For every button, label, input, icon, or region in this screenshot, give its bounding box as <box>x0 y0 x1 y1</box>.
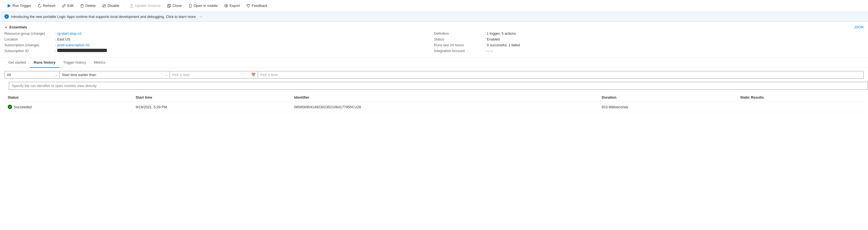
time-filter-dropdown[interactable]: Start time earlier than ⌄ <box>60 71 169 79</box>
play-icon <box>7 4 11 8</box>
clone-button[interactable]: Clone <box>164 2 185 9</box>
banner-arrow: → <box>199 15 203 19</box>
tabs-container: Get started Runs history Trigger history… <box>0 58 868 68</box>
toolbar: Run Trigger Refresh Edit Delete Disable <box>0 0 868 11</box>
subscription-id-row: Subscription ID : <box>4 49 434 53</box>
info-banner: i Introducing the new portable Logic App… <box>0 11 868 22</box>
open-in-mobile-button[interactable]: Open in mobile <box>186 2 220 9</box>
runs-24hr-row: Runs last 24 hours : 0 successful, 1 fai… <box>434 43 864 47</box>
column-duration: Duration <box>598 93 737 102</box>
cell-status: ✓ Succeeded <box>4 102 132 112</box>
cell-duration: 910 Milliseconds <box>598 102 737 112</box>
svg-marker-0 <box>8 4 11 7</box>
tab-trigger-history[interactable]: Trigger history <box>60 58 90 68</box>
tab-runs-history[interactable]: Runs history <box>30 58 59 68</box>
clone-icon <box>167 4 171 8</box>
essentials-grid: Resource group (change) : rg-start-stop-… <box>0 31 868 57</box>
column-static-results: Static Results <box>737 93 864 102</box>
date-picker[interactable]: Pick a date 📅 <box>169 71 258 79</box>
subscription-id-redacted <box>57 49 107 52</box>
json-link[interactable]: JSON <box>854 25 864 29</box>
feedback-button[interactable]: Feedback <box>244 2 270 9</box>
tab-metrics[interactable]: Metrics <box>90 58 109 68</box>
svg-line-4 <box>103 5 105 7</box>
calendar-icon: 📅 <box>251 73 255 77</box>
edit-icon <box>62 4 66 8</box>
refresh-icon <box>38 4 41 8</box>
collapse-icon[interactable] <box>4 26 8 29</box>
table-header-row: Status Start time Identifier Duration St… <box>4 93 864 102</box>
run-id-input[interactable] <box>9 82 868 90</box>
location-row: Location : East US <box>4 37 434 41</box>
svg-rect-5 <box>130 7 133 7</box>
status-filter-dropdown[interactable]: All ⌄ <box>4 71 60 79</box>
time-picker[interactable]: Pick a time <box>258 71 864 79</box>
runs-table: Status Start time Identifier Duration St… <box>4 93 864 112</box>
update-schema-icon <box>130 4 133 8</box>
toolbar-divider <box>124 2 125 9</box>
essentials-right-col: Definition : 1 trigger, 5 actions Status… <box>434 31 864 53</box>
column-identifier: Identifier <box>291 93 598 102</box>
edit-button[interactable]: Edit <box>59 2 76 9</box>
export-icon <box>224 4 228 8</box>
table-container: Status Start time Identifier Duration St… <box>0 90 868 112</box>
essentials-left-col: Resource group (change) : rg-start-stop-… <box>4 31 434 53</box>
disable-button[interactable]: Disable <box>99 2 122 9</box>
delete-button[interactable]: Delete <box>78 2 99 9</box>
subscription-link[interactable]: prod-subscription-01 <box>57 43 90 47</box>
status-row: Status : Enabled <box>434 37 864 41</box>
chevron-down-icon: ⌄ <box>165 73 167 76</box>
chevron-down-icon: ⌄ <box>55 73 57 76</box>
cell-static-results <box>737 102 864 112</box>
heart-icon <box>246 4 250 8</box>
definition-row: Definition : 1 trigger, 5 actions <box>434 31 864 35</box>
svg-rect-8 <box>189 4 191 7</box>
tab-get-started[interactable]: Get started <box>4 58 30 68</box>
success-check-icon: ✓ <box>8 105 12 109</box>
resource-group-link[interactable]: rg-start-stop-v2 <box>57 31 82 35</box>
table-row[interactable]: ✓ Succeeded 9/19/2021, 5:29 PM 085856954… <box>4 102 864 112</box>
status-success-indicator: ✓ Succeeded <box>8 105 129 109</box>
export-button[interactable]: Export <box>221 2 243 9</box>
svg-rect-2 <box>82 4 83 4</box>
column-start-time: Start time <box>132 93 291 102</box>
run-id-container <box>0 79 868 90</box>
run-trigger-button[interactable]: Run Trigger <box>4 2 34 9</box>
column-status: Status <box>4 93 132 102</box>
resource-group-row: Resource group (change) : rg-start-stop-… <box>4 31 434 35</box>
subscription-row: Subscription (change) : prod-subscriptio… <box>4 43 434 47</box>
integration-account-row: Integration Account : -- -- <box>434 49 864 53</box>
update-schema-button[interactable]: Update Schema <box>127 2 163 9</box>
refresh-button[interactable]: Refresh <box>35 2 58 9</box>
essentials-header: Essentials JSON <box>0 22 868 31</box>
info-icon: i <box>4 14 9 19</box>
cell-identifier: 08585695414923023521064177955CU28 <box>291 102 598 112</box>
mobile-icon <box>188 4 192 8</box>
delete-icon <box>80 4 84 8</box>
svg-point-9 <box>190 6 190 7</box>
disable-icon <box>102 4 106 8</box>
cell-start-time: 9/19/2021, 5:29 PM <box>132 102 291 112</box>
essentials-title: Essentials <box>4 25 27 29</box>
filters-row: All ⌄ Start time earlier than ⌄ Pick a d… <box>0 68 868 79</box>
svg-rect-1 <box>81 5 84 5</box>
